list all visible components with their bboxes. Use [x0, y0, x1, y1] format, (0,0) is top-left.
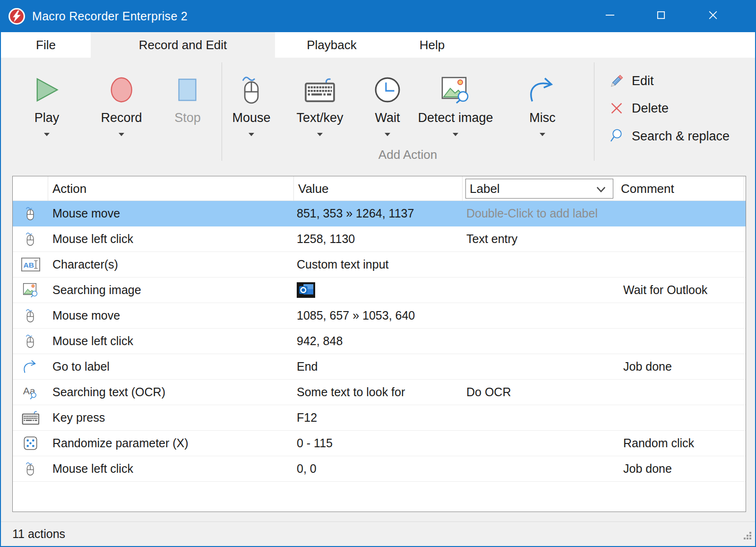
status-bar: 11 actions	[1, 521, 755, 546]
table-row[interactable]: Mouse left click 0, 0 Job done	[13, 456, 746, 482]
row-value: Some text to look for	[294, 385, 463, 399]
table-row[interactable]: Searching image Wait for Outlook	[13, 278, 746, 303]
label-filter-dropdown[interactable]: Label	[465, 179, 613, 199]
tab-help[interactable]: Help	[388, 32, 476, 58]
app-window: Macro Recorder Enterprise 2 File Record …	[0, 0, 756, 547]
table-header: Action Value Label Comment	[13, 176, 746, 201]
tab-record-and-edit[interactable]: Record and Edit	[91, 32, 275, 58]
ocr-text-icon: Aa	[13, 385, 48, 399]
mouse-icon	[13, 206, 48, 221]
action-count: 11 actions	[12, 527, 65, 541]
search-replace-button[interactable]: Search & replace	[607, 127, 730, 146]
textkey-dropdown-caret[interactable]	[317, 133, 323, 136]
edit-button[interactable]: Edit	[607, 71, 654, 90]
close-button[interactable]	[698, 0, 728, 32]
row-comment: Random click	[617, 436, 744, 450]
table-row[interactable]: Mouse move 1085, 657 » 1053, 640	[13, 303, 746, 329]
resize-grip[interactable]	[743, 529, 752, 543]
tab-playback[interactable]: Playback	[275, 32, 388, 58]
delete-label: Delete	[632, 101, 669, 116]
outlook-thumbnail	[294, 282, 463, 298]
image-search-icon	[13, 283, 48, 297]
table-row[interactable]: Aa Searching text (OCR) Some text to loo…	[13, 380, 746, 405]
record-button[interactable]: Record	[91, 71, 152, 136]
table-row[interactable]: Key press F12	[13, 405, 746, 431]
mouse-icon	[240, 71, 263, 109]
toolbar-separator	[594, 62, 594, 161]
maximize-button[interactable]	[646, 0, 676, 32]
add-wait-action-button[interactable]: Wait	[357, 71, 418, 136]
row-action: Mouse move	[48, 309, 294, 322]
characters-icon: AB	[13, 257, 48, 272]
row-label[interactable]: Do OCR	[463, 385, 617, 399]
row-label[interactable]: Text entry	[463, 232, 617, 246]
tab-file[interactable]: File	[1, 32, 91, 58]
mouse-icon	[13, 232, 48, 246]
svg-text:AB: AB	[23, 261, 34, 269]
record-label: Record	[101, 111, 142, 125]
row-value: 1258, 1130	[294, 232, 463, 246]
image-search-icon	[441, 71, 470, 109]
row-value: 851, 353 » 1264, 1137	[294, 207, 463, 220]
row-value: 1085, 657 » 1053, 640	[294, 309, 463, 322]
table-row[interactable]: Go to label End Job done	[13, 354, 746, 380]
row-comment: Wait for Outlook	[617, 283, 744, 297]
row-label[interactable]: Double-Click to add label	[463, 207, 617, 220]
row-action: Mouse left click	[48, 232, 294, 246]
row-value: F12	[294, 411, 463, 425]
window-title: Macro Recorder Enterprise 2	[32, 9, 188, 23]
mouse-dropdown-caret[interactable]	[249, 133, 254, 136]
stop-button: Stop	[157, 71, 218, 125]
value-column-header[interactable]: Value	[294, 176, 463, 201]
row-action: Key press	[48, 411, 294, 425]
misc-dropdown-caret[interactable]	[540, 133, 545, 136]
row-action: Mouse left click	[48, 334, 294, 348]
add-action-group-label: Add Action	[222, 148, 594, 162]
search-replace-label: Search & replace	[632, 129, 730, 144]
minimize-button[interactable]	[595, 0, 625, 32]
minimize-icon	[604, 9, 616, 23]
record-icon	[109, 71, 134, 109]
record-dropdown-caret[interactable]	[119, 133, 124, 136]
detect-image-dropdown-caret[interactable]	[453, 133, 458, 136]
table-row[interactable]: Mouse left click 1258, 1130 Text entry	[13, 226, 746, 252]
add-textkey-action-button[interactable]: Text/key	[289, 71, 351, 136]
table-row[interactable]: AB Character(s) Custom text input	[13, 252, 746, 278]
chevron-down-icon	[596, 182, 606, 196]
add-misc-action-button[interactable]: Misc	[512, 71, 573, 136]
play-dropdown-caret[interactable]	[44, 133, 50, 136]
wait-dropdown-caret[interactable]	[385, 133, 390, 136]
row-action: Go to label	[48, 360, 294, 373]
comment-column-header[interactable]: Comment	[617, 176, 744, 201]
row-action: Mouse left click	[48, 462, 294, 476]
action-table: Action Value Label Comment Mouse move 85…	[12, 176, 746, 512]
detect-image-label: Detect image	[418, 111, 493, 125]
play-label: Play	[34, 111, 60, 125]
stop-icon	[177, 71, 198, 109]
menu-bar: File Record and Edit Playback Help	[1, 32, 755, 58]
delete-button[interactable]: Delete	[607, 99, 669, 118]
action-column-header[interactable]: Action	[48, 176, 294, 201]
row-action: Searching text (OCR)	[48, 385, 294, 399]
row-comment: Job done	[617, 462, 744, 476]
table-row[interactable]: Mouse left click 942, 848	[13, 329, 746, 354]
ribbon-toolbar: Play Record Stop Mouse Text/key Wait	[1, 58, 755, 165]
mouse-icon	[13, 308, 48, 323]
row-action: Randomize parameter (X)	[48, 436, 294, 450]
row-action: Mouse move	[48, 207, 294, 220]
play-button[interactable]: Play	[16, 71, 77, 136]
table-row[interactable]: Randomize parameter (X) 0 - 115 Random c…	[13, 431, 746, 456]
add-mouse-action-button[interactable]: Mouse	[221, 71, 282, 136]
misc-label: Misc	[529, 111, 556, 125]
mouse-icon	[13, 334, 48, 348]
play-icon	[34, 71, 60, 109]
stop-label: Stop	[174, 111, 201, 125]
icon-column-header	[13, 176, 48, 201]
table-row[interactable]: Mouse move 851, 353 » 1264, 1137 Double-…	[13, 201, 746, 226]
row-value: 0 - 115	[294, 436, 463, 450]
add-detect-image-action-button[interactable]: Detect image	[415, 71, 496, 136]
dice-icon	[13, 436, 48, 451]
row-value: 0, 0	[294, 462, 463, 476]
row-value: Custom text input	[294, 258, 463, 271]
row-comment: Job done	[617, 360, 744, 373]
